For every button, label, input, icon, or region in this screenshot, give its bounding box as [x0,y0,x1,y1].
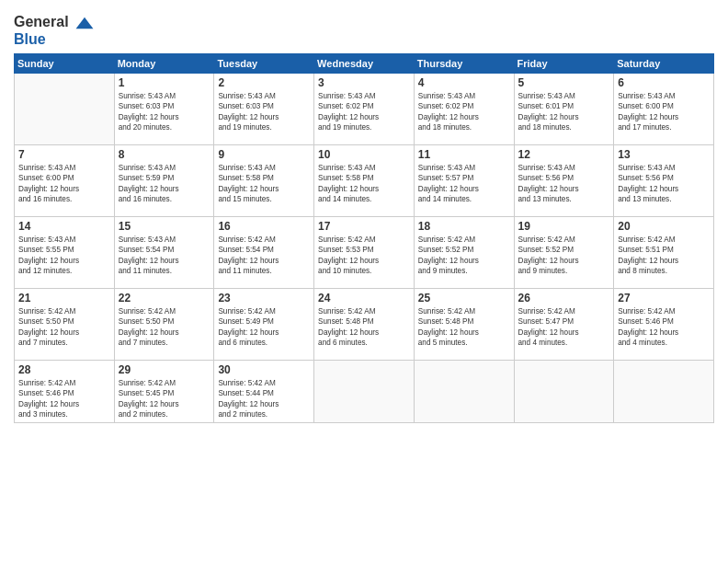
day-number: 10 [318,148,410,161]
day-info: Sunrise: 5:42 AM Sunset: 5:52 PM Dayligh… [518,235,610,275]
day-info: Sunrise: 5:43 AM Sunset: 6:02 PM Dayligh… [318,91,410,132]
calendar-cell [514,361,614,422]
day-number: 12 [518,148,610,161]
col-header-monday: Monday [114,54,214,74]
calendar-cell: 29Sunrise: 5:42 AM Sunset: 5:45 PM Dayli… [114,361,214,422]
day-number: 6 [618,76,710,89]
calendar-cell: 20Sunrise: 5:42 AM Sunset: 5:51 PM Dayli… [614,217,714,289]
calendar-cell: 17Sunrise: 5:42 AM Sunset: 5:53 PM Dayli… [314,217,415,289]
week-row-1: 1Sunrise: 5:43 AM Sunset: 6:03 PM Daylig… [15,74,714,145]
day-info: Sunrise: 5:43 AM Sunset: 5:56 PM Dayligh… [618,163,710,203]
day-info: Sunrise: 5:42 AM Sunset: 5:46 PM Dayligh… [618,306,710,347]
calendar-cell: 3Sunrise: 5:43 AM Sunset: 6:02 PM Daylig… [314,74,415,145]
calendar-cell: 11Sunrise: 5:43 AM Sunset: 5:57 PM Dayli… [414,145,514,217]
header: General Blue [14,9,714,48]
day-number: 5 [518,76,610,89]
col-header-saturday: Saturday [614,54,714,74]
day-info: Sunrise: 5:43 AM Sunset: 5:58 PM Dayligh… [318,163,410,203]
day-number: 8 [119,148,210,161]
calendar-cell: 27Sunrise: 5:42 AM Sunset: 5:46 PM Dayli… [614,289,714,361]
day-number: 1 [119,76,210,89]
day-number: 17 [318,220,410,233]
calendar-cell: 14Sunrise: 5:43 AM Sunset: 5:55 PM Dayli… [15,217,115,289]
day-number: 15 [119,220,210,233]
calendar-cell [614,361,714,422]
day-info: Sunrise: 5:42 AM Sunset: 5:52 PM Dayligh… [418,235,510,275]
calendar-cell [314,361,415,422]
calendar-cell: 25Sunrise: 5:42 AM Sunset: 5:48 PM Dayli… [414,289,514,361]
col-header-tuesday: Tuesday [214,54,314,74]
day-info: Sunrise: 5:42 AM Sunset: 5:46 PM Dayligh… [18,378,110,419]
calendar-cell: 8Sunrise: 5:43 AM Sunset: 5:59 PM Daylig… [114,145,214,217]
calendar-cell: 6Sunrise: 5:43 AM Sunset: 6:00 PM Daylig… [614,74,714,145]
calendar-cell: 23Sunrise: 5:42 AM Sunset: 5:49 PM Dayli… [214,289,314,361]
day-info: Sunrise: 5:42 AM Sunset: 5:49 PM Dayligh… [218,306,310,347]
day-number: 30 [218,363,310,376]
logo-blue: Blue [14,30,95,48]
calendar-cell: 18Sunrise: 5:42 AM Sunset: 5:52 PM Dayli… [414,217,514,289]
day-number: 13 [618,148,710,161]
day-info: Sunrise: 5:42 AM Sunset: 5:53 PM Dayligh… [318,235,410,275]
calendar-cell: 22Sunrise: 5:42 AM Sunset: 5:50 PM Dayli… [114,289,214,361]
day-info: Sunrise: 5:43 AM Sunset: 6:03 PM Dayligh… [119,91,210,132]
col-header-sunday: Sunday [15,54,115,74]
col-header-friday: Friday [514,54,614,74]
day-number: 25 [418,292,510,304]
day-info: Sunrise: 5:43 AM Sunset: 5:59 PM Dayligh… [119,163,210,203]
day-number: 7 [18,148,110,161]
calendar-cell: 4Sunrise: 5:43 AM Sunset: 6:02 PM Daylig… [414,74,514,145]
day-info: Sunrise: 5:42 AM Sunset: 5:50 PM Dayligh… [119,306,210,347]
calendar-cell: 15Sunrise: 5:43 AM Sunset: 5:54 PM Dayli… [114,217,214,289]
day-info: Sunrise: 5:42 AM Sunset: 5:44 PM Dayligh… [218,378,310,419]
day-number: 27 [618,292,710,304]
day-info: Sunrise: 5:42 AM Sunset: 5:48 PM Dayligh… [418,306,510,347]
day-info: Sunrise: 5:42 AM Sunset: 5:51 PM Dayligh… [618,235,710,275]
day-info: Sunrise: 5:43 AM Sunset: 6:02 PM Dayligh… [418,91,510,132]
calendar-cell [414,361,514,422]
calendar-cell: 28Sunrise: 5:42 AM Sunset: 5:46 PM Dayli… [15,361,115,422]
day-number: 26 [518,292,610,304]
calendar-cell [15,74,115,145]
day-number: 22 [119,292,210,304]
logo-text: General [14,13,95,30]
day-number: 23 [218,292,310,304]
day-info: Sunrise: 5:43 AM Sunset: 6:00 PM Dayligh… [18,163,110,203]
day-number: 16 [218,220,310,233]
day-info: Sunrise: 5:42 AM Sunset: 5:45 PM Dayligh… [119,378,210,419]
day-number: 20 [618,220,710,233]
day-number: 3 [318,76,410,89]
calendar-cell: 13Sunrise: 5:43 AM Sunset: 5:56 PM Dayli… [614,145,714,217]
calendar-cell: 2Sunrise: 5:43 AM Sunset: 6:03 PM Daylig… [214,74,314,145]
col-header-wednesday: Wednesday [314,54,415,74]
day-number: 19 [518,220,610,233]
calendar-header-row: SundayMondayTuesdayWednesdayThursdayFrid… [15,54,714,74]
day-info: Sunrise: 5:43 AM Sunset: 5:54 PM Dayligh… [119,235,210,275]
day-info: Sunrise: 5:43 AM Sunset: 5:57 PM Dayligh… [418,163,510,203]
day-number: 14 [18,220,110,233]
day-number: 28 [18,363,110,376]
calendar-cell: 12Sunrise: 5:43 AM Sunset: 5:56 PM Dayli… [514,145,614,217]
calendar-cell: 21Sunrise: 5:42 AM Sunset: 5:50 PM Dayli… [15,289,115,361]
day-info: Sunrise: 5:42 AM Sunset: 5:50 PM Dayligh… [18,306,110,347]
week-row-4: 21Sunrise: 5:42 AM Sunset: 5:50 PM Dayli… [15,289,714,361]
calendar-cell: 16Sunrise: 5:42 AM Sunset: 5:54 PM Dayli… [214,217,314,289]
calendar-table: SundayMondayTuesdayWednesdayThursdayFrid… [14,53,714,422]
page: General Blue SundayMondayTuesdayWednesda… [0,0,728,563]
col-header-thursday: Thursday [414,54,514,74]
day-number: 29 [119,363,210,376]
day-info: Sunrise: 5:42 AM Sunset: 5:54 PM Dayligh… [218,235,310,275]
calendar-cell: 1Sunrise: 5:43 AM Sunset: 6:03 PM Daylig… [114,74,214,145]
day-number: 11 [418,148,510,161]
week-row-2: 7Sunrise: 5:43 AM Sunset: 6:00 PM Daylig… [15,145,714,217]
day-info: Sunrise: 5:43 AM Sunset: 5:56 PM Dayligh… [518,163,610,203]
week-row-3: 14Sunrise: 5:43 AM Sunset: 5:55 PM Dayli… [15,217,714,289]
day-info: Sunrise: 5:43 AM Sunset: 5:55 PM Dayligh… [18,235,110,275]
day-number: 24 [318,292,410,304]
day-info: Sunrise: 5:43 AM Sunset: 6:01 PM Dayligh… [518,91,610,132]
logo: General Blue [14,13,95,48]
day-info: Sunrise: 5:42 AM Sunset: 5:48 PM Dayligh… [318,306,410,347]
day-number: 2 [218,76,310,89]
calendar-cell: 19Sunrise: 5:42 AM Sunset: 5:52 PM Dayli… [514,217,614,289]
calendar-cell: 24Sunrise: 5:42 AM Sunset: 5:48 PM Dayli… [314,289,415,361]
week-row-5: 28Sunrise: 5:42 AM Sunset: 5:46 PM Dayli… [15,361,714,422]
